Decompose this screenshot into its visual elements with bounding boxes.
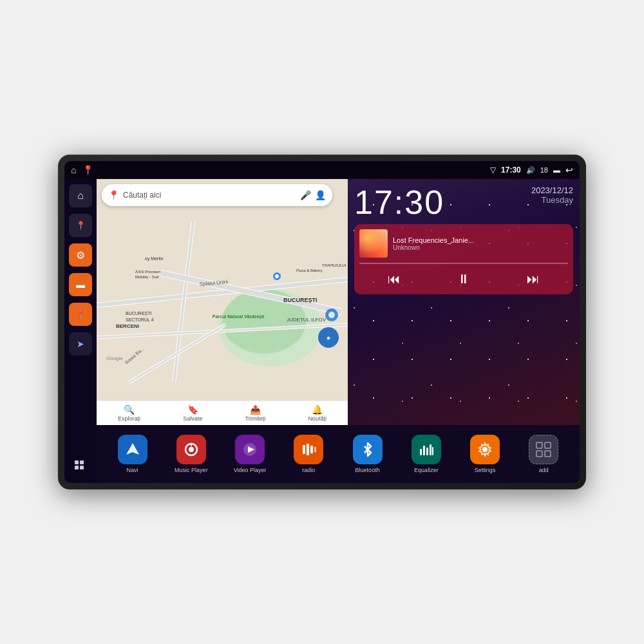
map-explore-button[interactable]: 🔍 Explorați: [118, 404, 140, 422]
send-icon: 📤: [250, 404, 261, 415]
send-label: Trimiteți: [245, 415, 266, 422]
maps-button[interactable]: 📍: [69, 214, 92, 237]
grid-icon: [74, 460, 87, 473]
apps-grid-button[interactable]: [69, 455, 92, 478]
clock-section: 17:30 2023/12/12 Tuesday: [354, 185, 573, 219]
settings-icon-wrapper: [470, 435, 500, 464]
status-right: ▽ 17:30 🔊 18 ▬ ↩: [490, 165, 573, 175]
battery-icon: ▬: [553, 166, 560, 174]
video-player-app[interactable]: Video Player: [231, 435, 269, 473]
settings-icon: [477, 441, 493, 458]
maps-status-icon[interactable]: 📍: [82, 165, 93, 175]
music-title: Lost Frequencies_Janie...: [393, 236, 568, 244]
map-view[interactable]: Splaiul Unirii BUCUREȘTI JUDEȚUL ILFOV B…: [97, 179, 348, 425]
music-info: Lost Frequencies_Janie... Unknown: [359, 229, 568, 258]
mic-icon[interactable]: 🎤: [300, 190, 311, 200]
saved-label: Salvate: [183, 415, 202, 422]
map-bottom-nav: 🔍 Explorați 🔖 Salvate 📤 Trimiteți: [97, 401, 348, 425]
svg-rect-49: [423, 446, 425, 455]
svg-rect-51: [430, 444, 431, 455]
search-placeholder[interactable]: Căutați aici: [123, 191, 296, 200]
explore-label: Explorați: [118, 415, 140, 422]
svg-text:oy Merlin: oy Merlin: [145, 256, 164, 261]
svg-rect-54: [536, 442, 542, 448]
music-text: Lost Frequencies_Janie... Unknown: [393, 236, 568, 251]
navi-icon: [124, 440, 142, 459]
map-send-button[interactable]: 📤 Trimiteți: [245, 404, 266, 422]
svg-rect-50: [426, 448, 428, 455]
sidebar: ⌂ 📍 ⚙ ▬ 📍 ➤: [64, 179, 97, 483]
music-icon: [183, 441, 200, 458]
settings-app[interactable]: Settings: [466, 435, 504, 473]
bluetooth-app[interactable]: Bluetooth: [348, 435, 387, 473]
svg-rect-45: [307, 444, 309, 455]
play-pause-button[interactable]: ⏸: [455, 269, 473, 289]
svg-rect-44: [303, 445, 305, 454]
prev-button[interactable]: ⏮: [385, 269, 403, 289]
user-icon[interactable]: 👤: [315, 190, 326, 200]
map-news-button[interactable]: 🔔 Noutăți: [308, 404, 327, 422]
svg-rect-56: [536, 451, 542, 457]
music-player: Lost Frequencies_Janie... Unknown ⏮ ⏸ ⏭: [354, 224, 573, 294]
wifi-icon: ▽: [490, 166, 496, 175]
svg-marker-38: [133, 443, 139, 455]
map-search-bar[interactable]: 📍 Căutați aici 🎤 👤: [102, 184, 332, 206]
files-button[interactable]: ▬: [69, 273, 92, 296]
equalizer-icon-wrapper: [412, 435, 441, 464]
svg-text:BUCUREȘTI: BUCUREȘTI: [283, 297, 317, 303]
map-panel: 📍 Căutați aici 🎤 👤: [97, 179, 348, 425]
main-content: ⌂ 📍 ⚙ ▬ 📍 ➤: [64, 179, 580, 483]
status-time: 17:30: [501, 166, 521, 175]
music-player-label: Music Player: [175, 467, 208, 473]
svg-rect-48: [420, 449, 422, 455]
maps2-button[interactable]: 📍: [69, 303, 92, 326]
device-screen: ⌂ 📍 ▽ 17:30 🔊 18 ▬ ↩ ⌂ 📍: [64, 161, 580, 483]
clock-date-main: 2023/12/12: [531, 185, 573, 195]
svg-point-27: [275, 274, 279, 278]
svg-point-40: [189, 447, 194, 452]
settings-label: Settings: [475, 467, 496, 473]
saved-icon: 🔖: [187, 404, 198, 415]
svg-rect-2: [75, 466, 79, 469]
navi-app[interactable]: Navi: [113, 435, 152, 473]
news-icon: 🔔: [312, 404, 323, 415]
clock-time: 17:30: [354, 185, 444, 219]
map-saved-button[interactable]: 🔖 Salvate: [183, 404, 202, 422]
video-icon-wrapper: [235, 435, 265, 464]
navi-label: Navi: [127, 467, 138, 473]
music-player-app[interactable]: Music Player: [172, 435, 211, 473]
svg-text:Pizza & Bakery: Pizza & Bakery: [296, 269, 323, 272]
folder-icon: ▬: [76, 279, 85, 290]
back-icon[interactable]: ↩: [565, 165, 573, 175]
home-status-icon[interactable]: ⌂: [71, 165, 76, 175]
radio-app[interactable]: radio: [289, 435, 328, 473]
svg-text:SECTORUL 4: SECTORUL 4: [126, 317, 154, 322]
add-app[interactable]: add: [524, 435, 563, 473]
equalizer-app[interactable]: Equalizer: [407, 435, 446, 473]
svg-text:Mobility - Sud: Mobility - Sud: [135, 275, 158, 279]
status-bar: ⌂ 📍 ▽ 17:30 🔊 18 ▬ ↩: [64, 161, 580, 179]
svg-text:JUDEȚUL ILFOV: JUDEȚUL ILFOV: [287, 317, 327, 323]
svg-rect-46: [310, 446, 313, 453]
svg-rect-3: [80, 466, 84, 469]
music-artist: Unknown: [393, 244, 568, 251]
music-icon-wrapper: [176, 435, 206, 464]
app-grid: Navi Music Player: [97, 425, 580, 483]
svg-point-31: [328, 312, 335, 318]
next-button[interactable]: ⏭: [524, 269, 542, 289]
home-button[interactable]: ⌂: [69, 184, 92, 207]
add-icon: [535, 441, 552, 458]
svg-text:BERCENI: BERCENI: [116, 323, 139, 329]
compass-button[interactable]: ➤: [69, 332, 92, 355]
svg-text:AXIS Premium: AXIS Premium: [135, 270, 160, 274]
music-progress-bar[interactable]: [359, 263, 568, 264]
center-area: 📍 Căutați aici 🎤 👤: [97, 179, 580, 483]
settings-button[interactable]: ⚙: [69, 243, 92, 267]
svg-text:Google: Google: [106, 355, 123, 361]
svg-text:★: ★: [326, 335, 331, 341]
album-art: [359, 229, 388, 258]
top-section: 📍 Căutați aici 🎤 👤: [97, 179, 580, 425]
svg-point-53: [482, 447, 488, 452]
google-maps-icon: 📍: [108, 190, 119, 200]
svg-rect-55: [545, 442, 551, 448]
